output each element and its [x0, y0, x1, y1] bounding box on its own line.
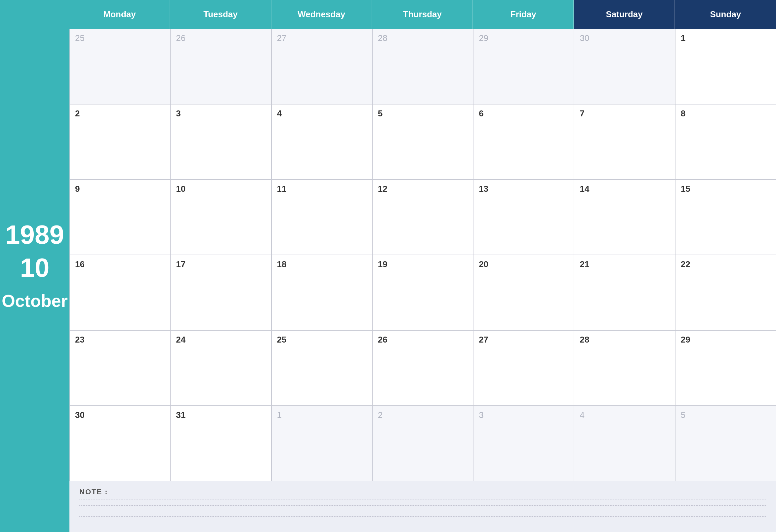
calendar-cell[interactable]: 3	[170, 104, 271, 180]
cell-date: 6	[479, 109, 483, 118]
cell-date: 9	[75, 184, 80, 194]
sidebar-month-name: October	[2, 291, 67, 311]
calendar-cell[interactable]: 21	[574, 255, 675, 330]
calendar-cell[interactable]: 10	[170, 180, 271, 255]
cell-date: 17	[176, 259, 186, 269]
calendar-cell[interactable]: 11	[271, 180, 372, 255]
header-tuesday: Tuesday	[170, 0, 271, 29]
calendar-cell[interactable]: 2	[69, 104, 170, 180]
cell-date: 30	[580, 33, 589, 43]
calendar-cell[interactable]: 30	[69, 406, 170, 481]
sidebar: 1989 10 October	[0, 0, 69, 532]
calendar-cell[interactable]: 23	[69, 330, 170, 406]
cell-date: 8	[681, 109, 686, 118]
cell-date: 4	[277, 109, 282, 118]
cell-date: 24	[176, 335, 186, 345]
cell-date: 5	[378, 109, 383, 118]
calendar-cell[interactable]: 29	[675, 330, 776, 406]
cell-date: 27	[277, 33, 287, 43]
notes-section: NOTE :	[69, 481, 776, 532]
cell-date: 10	[176, 184, 186, 194]
calendar-cell[interactable]: 1	[675, 29, 776, 104]
calendar-header: Monday Tuesday Wednesday Thursday Friday…	[69, 0, 776, 29]
header-saturday: Saturday	[574, 0, 675, 29]
header-friday: Friday	[473, 0, 574, 29]
calendar-cell[interactable]: 25	[69, 29, 170, 104]
cell-date: 3	[479, 410, 483, 420]
cell-date: 21	[580, 259, 589, 269]
calendar-cell[interactable]: 25	[271, 330, 372, 406]
calendar-cell[interactable]: 26	[372, 330, 473, 406]
cell-date: 23	[75, 335, 84, 345]
calendar-cell[interactable]: 7	[574, 104, 675, 180]
cell-date: 31	[176, 410, 186, 420]
header-thursday: Thursday	[372, 0, 473, 29]
calendar-cell[interactable]: 5	[675, 406, 776, 481]
calendar-cell[interactable]: 14	[574, 180, 675, 255]
cell-date: 2	[378, 410, 383, 420]
calendar-cell[interactable]: 19	[372, 255, 473, 330]
notes-line-2	[79, 505, 766, 506]
cell-date: 29	[479, 33, 489, 43]
cell-date: 16	[75, 259, 84, 269]
cell-date: 15	[681, 184, 691, 194]
calendar-cell[interactable]: 28	[372, 29, 473, 104]
header-wednesday: Wednesday	[271, 0, 372, 29]
sidebar-month-number: 10	[20, 254, 50, 281]
cell-date: 3	[176, 109, 181, 118]
calendar-cell[interactable]: 16	[69, 255, 170, 330]
sidebar-year: 1989	[5, 221, 64, 248]
calendar-cell[interactable]: 18	[271, 255, 372, 330]
calendar-cell[interactable]: 8	[675, 104, 776, 180]
calendar-cell[interactable]: 22	[675, 255, 776, 330]
cell-date: 26	[176, 33, 186, 43]
calendar-cell[interactable]: 20	[473, 255, 574, 330]
calendar-cell[interactable]: 24	[170, 330, 271, 406]
cell-date: 18	[277, 259, 287, 269]
calendar-cell[interactable]: 12	[372, 180, 473, 255]
cell-date: 20	[479, 259, 489, 269]
calendar-cell[interactable]: 30	[574, 29, 675, 104]
calendar-cell[interactable]: 9	[69, 180, 170, 255]
notes-line-1	[79, 500, 766, 500]
cell-date: 1	[277, 410, 282, 420]
calendar-cell[interactable]: 1	[271, 406, 372, 481]
calendar-cell[interactable]: 26	[170, 29, 271, 104]
header-sunday: Sunday	[675, 0, 776, 29]
cell-date: 7	[580, 109, 584, 118]
notes-label: NOTE :	[79, 488, 766, 496]
notes-line-4	[79, 516, 766, 517]
cell-date: 25	[277, 335, 287, 345]
calendar-cell[interactable]: 17	[170, 255, 271, 330]
cell-date: 30	[75, 410, 84, 420]
cell-date: 13	[479, 184, 489, 194]
cell-date: 12	[378, 184, 388, 194]
calendar-cell[interactable]: 29	[473, 29, 574, 104]
cell-date: 2	[75, 109, 80, 118]
calendar-cell[interactable]: 2	[372, 406, 473, 481]
cell-date: 11	[277, 184, 287, 194]
calendar-cell[interactable]: 5	[372, 104, 473, 180]
cell-date: 4	[580, 410, 584, 420]
header-monday: Monday	[69, 0, 170, 29]
calendar-cell[interactable]: 31	[170, 406, 271, 481]
cell-date: 25	[75, 33, 84, 43]
cell-date: 5	[681, 410, 686, 420]
calendar-cell[interactable]: 27	[271, 29, 372, 104]
calendar-cell[interactable]: 28	[574, 330, 675, 406]
cell-date: 14	[580, 184, 589, 194]
cell-date: 29	[681, 335, 691, 345]
calendar-grid: 2526272829301234567891011121314151617181…	[69, 29, 776, 481]
calendar-cell[interactable]: 6	[473, 104, 574, 180]
cell-date: 28	[580, 335, 589, 345]
calendar-cell[interactable]: 4	[574, 406, 675, 481]
cell-date: 1	[681, 33, 686, 43]
calendar-cell[interactable]: 4	[271, 104, 372, 180]
calendar-cell[interactable]: 13	[473, 180, 574, 255]
calendar-cell[interactable]: 3	[473, 406, 574, 481]
cell-date: 27	[479, 335, 489, 345]
cell-date: 22	[681, 259, 691, 269]
calendar-cell[interactable]: 27	[473, 330, 574, 406]
calendar-cell[interactable]: 15	[675, 180, 776, 255]
cell-date: 19	[378, 259, 388, 269]
